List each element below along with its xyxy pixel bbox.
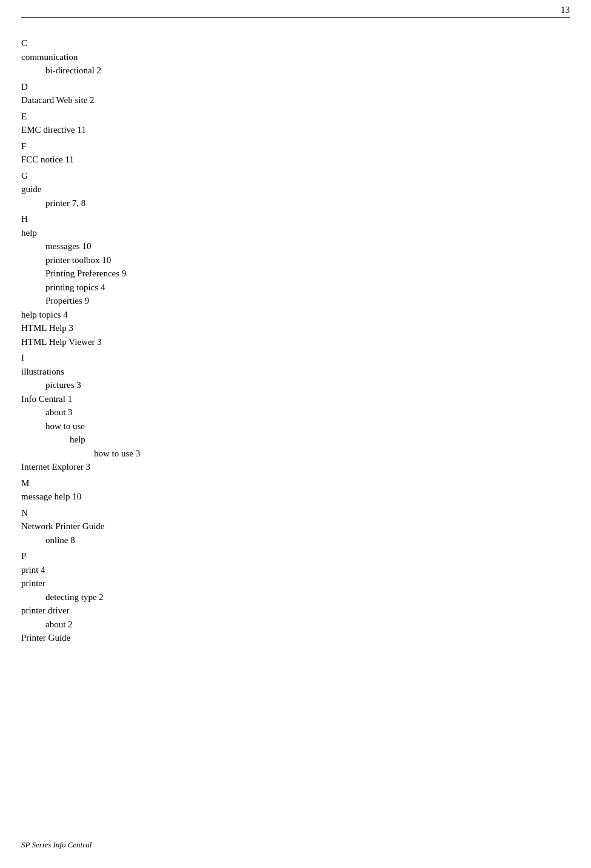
entry-communication: communication <box>21 50 570 64</box>
entry-print-4: print 4 <box>21 563 570 577</box>
entry-help-nested: help <box>21 433 570 447</box>
entry-about-3: about 3 <box>21 406 570 419</box>
entry-messages-10: messages 10 <box>21 239 570 253</box>
footer: SP Series Info Central <box>21 840 92 850</box>
entry-guide: guide <box>21 182 570 196</box>
entry-html-help-3: HTML Help 3 <box>21 321 570 335</box>
entry-printer: printer <box>21 576 570 590</box>
letter-n: N <box>21 506 570 520</box>
entry-html-help-viewer-3: HTML Help Viewer 3 <box>21 335 570 349</box>
entry-how-to-use-3: how to use 3 <box>21 447 570 461</box>
page-number: 13 <box>561 5 570 15</box>
entry-datacard-web-site: Datacard Web site 2 <box>21 93 570 107</box>
entry-printer-toolbox-10: printer toolbox 10 <box>21 253 570 267</box>
entry-internet-explorer-3: Internet Explorer 3 <box>21 460 570 474</box>
entry-fcc-notice: FCC notice 11 <box>21 153 570 167</box>
letter-i: I <box>21 351 570 365</box>
entry-printer-guide: Printer Guide <box>21 631 570 645</box>
entry-printer-driver: printer driver <box>21 604 570 618</box>
entry-online-8: online 8 <box>21 533 570 547</box>
entry-printing-topics-4: printing topics 4 <box>21 281 570 295</box>
entry-message-help-10: message help 10 <box>21 490 570 504</box>
entry-help: help <box>21 226 570 240</box>
letter-c: C <box>21 36 570 50</box>
letter-p: P <box>21 549 570 563</box>
entry-printer-7-8: printer 7, 8 <box>21 196 570 210</box>
letter-f: F <box>21 139 570 153</box>
entry-properties-9: Properties 9 <box>21 294 570 308</box>
entry-emc-directive: EMC directive 11 <box>21 123 570 137</box>
entry-network-printer-guide: Network Printer Guide <box>21 519 570 533</box>
letter-m: M <box>21 476 570 490</box>
entry-info-central-1: Info Central 1 <box>21 392 570 406</box>
entry-illustrations: illustrations <box>21 365 570 379</box>
entry-bi-directional: bi-directional 2 <box>21 64 570 78</box>
index-content: C communication bi-directional 2 D Datac… <box>21 36 570 645</box>
entry-help-topics-4: help topics 4 <box>21 308 570 322</box>
letter-g: G <box>21 169 570 183</box>
entry-pictures-3: pictures 3 <box>21 378 570 392</box>
entry-printing-preferences-9: Printing Preferences 9 <box>21 267 570 281</box>
entry-detecting-type-2: detecting type 2 <box>21 590 570 604</box>
letter-h: H <box>21 212 570 226</box>
entry-how-to-use: how to use <box>21 419 570 433</box>
letter-d: D <box>21 80 570 94</box>
letter-e: E <box>21 110 570 124</box>
top-border <box>21 17 570 18</box>
entry-about-2: about 2 <box>21 618 570 632</box>
